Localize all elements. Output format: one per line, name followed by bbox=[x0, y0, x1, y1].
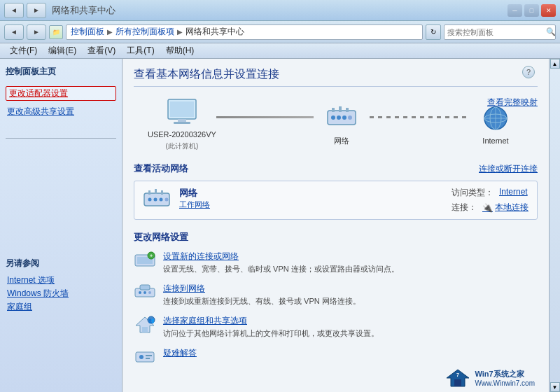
path-current: 网络和共享中心 bbox=[186, 26, 244, 38]
access-type-label: 访问类型： bbox=[451, 187, 493, 199]
svg-point-31 bbox=[139, 291, 141, 294]
scroll-down-button[interactable]: ▼ bbox=[550, 382, 560, 392]
change-settings-label: 更改网络设置 bbox=[134, 231, 538, 244]
svg-point-39 bbox=[139, 355, 144, 359]
active-network-icon bbox=[143, 187, 171, 212]
svg-rect-2 bbox=[178, 119, 186, 122]
network-node-internet: Internet bbox=[468, 103, 524, 145]
connect-disconnect-link[interactable]: 连接或断开连接 bbox=[479, 163, 538, 175]
network-line-1 bbox=[216, 116, 314, 118]
menu-tools[interactable]: 工具(T) bbox=[121, 43, 160, 58]
svg-rect-3 bbox=[174, 122, 190, 124]
network-info: 网络 工作网络 bbox=[179, 187, 443, 210]
svg-rect-24 bbox=[161, 190, 163, 195]
svg-point-18 bbox=[148, 198, 152, 202]
nav-back-button[interactable]: ◄ bbox=[4, 3, 24, 18]
path-arrow-1: ▶ bbox=[107, 28, 113, 36]
network-meta: 访问类型： Internet 连接： 🔌 本地连接 bbox=[451, 187, 528, 214]
svg-rect-22 bbox=[148, 190, 150, 195]
refresh-button[interactable]: ↻ bbox=[426, 24, 441, 40]
svg-rect-35 bbox=[142, 327, 148, 332]
svg-text:7: 7 bbox=[456, 372, 459, 377]
setting-homegroup-content: 选择家庭组和共享选项 访问位于其他网络计算机上的文件和打印机，或更改共享设置。 bbox=[163, 315, 538, 339]
folder-icon[interactable]: 📁 bbox=[49, 25, 63, 39]
address-path[interactable]: 控制面板 ▶ 所有控制面板项 ▶ 网络和共享中心 bbox=[66, 24, 423, 40]
computer-icon bbox=[164, 97, 200, 127]
setting-item-connect-network: 连接到网络 连接到或重新连接到无线、有线、拨号或 VPN 网络连接。 bbox=[134, 283, 538, 307]
troubleshoot-icon bbox=[134, 347, 156, 367]
setting-troubleshoot-content: 疑难解答 bbox=[163, 347, 538, 360]
svg-rect-43 bbox=[454, 379, 461, 386]
watermark-logo: Win7系统之家 bbox=[475, 369, 535, 379]
sidebar-item-internet-options[interactable]: Internet 选项 bbox=[6, 274, 116, 287]
addr-back-button[interactable]: ◄ bbox=[4, 24, 24, 40]
connection-link[interactable]: 本地连接 bbox=[495, 202, 528, 214]
svg-rect-23 bbox=[155, 189, 157, 194]
menu-help[interactable]: 帮助(H) bbox=[160, 43, 200, 58]
svg-point-8 bbox=[348, 115, 352, 120]
see-full-map-link[interactable]: 查看完整映射 bbox=[487, 97, 538, 108]
close-button[interactable]: ✕ bbox=[541, 4, 556, 17]
menu-file[interactable]: 文件(F) bbox=[4, 43, 43, 58]
sidebar-item-adapter-settings[interactable]: 更改适配器设置 bbox=[6, 86, 116, 101]
path-all-items[interactable]: 所有控制面板项 bbox=[115, 26, 174, 38]
troubleshoot-link[interactable]: 疑难解答 bbox=[163, 347, 538, 359]
connect-network-icon bbox=[134, 283, 156, 302]
svg-point-6 bbox=[337, 115, 341, 120]
sidebar-divider bbox=[6, 138, 116, 139]
menu-edit[interactable]: 编辑(E) bbox=[43, 43, 82, 58]
network-node-label: 网络 bbox=[334, 136, 349, 146]
menu-view[interactable]: 查看(V) bbox=[82, 43, 121, 58]
network-type-link[interactable]: 工作网络 bbox=[179, 200, 443, 210]
search-icon: 🔍 bbox=[546, 27, 556, 36]
content-area: ? 查看基本网络信息并设置连接 USER-20200326VY (此计算机) bbox=[122, 59, 549, 392]
connect-network-link[interactable]: 连接到网络 bbox=[163, 283, 538, 295]
network-node-computer: USER-20200326VY (此计算机) bbox=[148, 97, 216, 151]
svg-rect-1 bbox=[170, 102, 194, 117]
sidebar-extra: 另请参阅 Internet 选项 Windows 防火墙 家庭组 bbox=[6, 258, 116, 314]
path-control-panel[interactable]: 控制面板 bbox=[71, 26, 104, 38]
network-node-network: 网络 bbox=[314, 102, 370, 146]
svg-text:+: + bbox=[150, 253, 153, 258]
help-button[interactable]: ? bbox=[522, 66, 535, 78]
search-box[interactable]: 🔍 bbox=[444, 24, 556, 40]
connection-value[interactable]: 🔌 本地连接 bbox=[482, 202, 528, 214]
scrollbar[interactable]: ▲ ▼ bbox=[549, 59, 560, 392]
new-connection-icon: + bbox=[134, 251, 156, 270]
menu-bar: 文件(F) 编辑(E) 查看(V) 工具(T) 帮助(H) bbox=[0, 43, 560, 59]
setting-connect-content: 连接到网络 连接到或重新连接到无线、有线、拨号或 VPN 网络连接。 bbox=[163, 283, 538, 307]
svg-point-19 bbox=[154, 198, 158, 202]
connect-network-desc: 连接到或重新连接到无线、有线、拨号或 VPN 网络连接。 bbox=[163, 296, 538, 307]
addr-forward-button[interactable]: ► bbox=[27, 24, 46, 40]
network-diagram: USER-20200326VY (此计算机) bbox=[134, 97, 538, 151]
minimize-button[interactable]: ─ bbox=[507, 4, 522, 17]
new-connection-link[interactable]: 设置新的连接或网络 bbox=[163, 251, 538, 262]
homegroup-icon: 👥 bbox=[134, 315, 156, 335]
search-input[interactable] bbox=[447, 28, 544, 36]
svg-rect-38 bbox=[136, 352, 154, 362]
computer-node-sublabel: (此计算机) bbox=[166, 141, 199, 151]
watermark-url: Www.Winwin7.com bbox=[475, 379, 535, 387]
window-title: 网络和共享中心 bbox=[52, 4, 115, 17]
scroll-up-button[interactable]: ▲ bbox=[550, 59, 560, 69]
sidebar-item-homegroup[interactable]: 家庭组 bbox=[6, 300, 116, 314]
maximize-button[interactable]: □ bbox=[524, 4, 539, 17]
sidebar-item-advanced-sharing[interactable]: 更改高级共享设置 bbox=[6, 105, 116, 118]
access-type-row: 访问类型： Internet bbox=[451, 187, 528, 199]
internet-node-label: Internet bbox=[482, 136, 508, 145]
address-bar: ◄ ► 📁 控制面板 ▶ 所有控制面板项 ▶ 网络和共享中心 ↻ 🔍 bbox=[0, 21, 560, 43]
page-title: 查看基本网络信息并设置连接 bbox=[134, 67, 538, 87]
svg-rect-30 bbox=[140, 285, 150, 290]
title-bar-left: ◄ ► 网络和共享中心 bbox=[4, 3, 115, 18]
nav-forward-button[interactable]: ► bbox=[27, 3, 46, 18]
new-connection-desc: 设置无线、宽带、拨号、临时或 VPN 连接；或设置路由器或访问点。 bbox=[163, 264, 538, 274]
setting-new-connection-content: 设置新的连接或网络 设置无线、宽带、拨号、临时或 VPN 连接；或设置路由器或访… bbox=[163, 251, 538, 274]
homegroup-desc: 访问位于其他网络计算机上的文件和打印机，或更改共享设置。 bbox=[163, 328, 538, 339]
window-controls: ─ □ ✕ bbox=[507, 4, 556, 17]
sidebar-extra-title: 另请参阅 bbox=[6, 258, 116, 271]
setting-item-troubleshoot: 疑难解答 bbox=[134, 347, 538, 367]
sidebar-item-firewall[interactable]: Windows 防火墙 bbox=[6, 287, 116, 300]
access-type-value: Internet bbox=[499, 187, 528, 199]
main-area: 控制面板主页 更改适配器设置 更改高级共享设置 另请参阅 Internet 选项… bbox=[0, 59, 560, 392]
homegroup-link[interactable]: 选择家庭组和共享选项 bbox=[163, 315, 538, 327]
